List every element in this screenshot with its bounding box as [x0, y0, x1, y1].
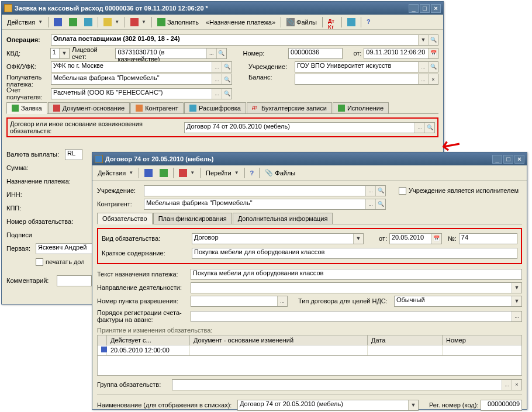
col-num[interactable]: Номер	[443, 335, 521, 345]
por-field[interactable]: ...	[191, 311, 522, 322]
pol-field[interactable]: Мебельная фабрика "Проммебель"...🔍	[51, 74, 232, 85]
print-checkbox[interactable]	[36, 258, 43, 266]
text-field[interactable]: Покупка мебели для оборудования классов	[191, 269, 522, 280]
files-button[interactable]: 📎Файлы	[262, 167, 298, 179]
window1-toolbar: Действия▼ ▼ ▼ Заполнить «Назначение плат…	[2, 15, 443, 30]
date-field[interactable]: 09.11.2010 12:06:20📅	[364, 48, 438, 59]
operation-field[interactable]: Оплата поставщикам (302 01-09, 18 - 24) …	[51, 34, 438, 46]
tab-kontragent[interactable]: Контрагент	[130, 102, 184, 113]
window2-titlebar: Договор 74 от 20.05.2010 (мебель) _ □ ×	[92, 153, 527, 165]
calendar-button[interactable]: 📅	[428, 49, 438, 58]
arrow-left-icon	[144, 169, 153, 177]
maximize-button[interactable]: □	[420, 4, 430, 13]
table-row[interactable]: 20.05.2010 12:00:00	[97, 345, 522, 356]
toolbar-btn-3[interactable]	[81, 16, 95, 28]
uchr-field[interactable]: ГОУ ВПО Университет искусств...🔍	[295, 61, 438, 72]
lookup-button[interactable]: 🔍	[216, 49, 226, 58]
tab-ispolnenie[interactable]: Исполнение	[333, 102, 389, 113]
window1-title: Заявка на кассовый расход 00000036 от 09…	[15, 5, 409, 12]
nav-back-button[interactable]	[51, 16, 65, 28]
minimize-button[interactable]: _	[409, 4, 419, 13]
naim-field[interactable]: Договор 74 от 20.05.2010 (мебель)▼	[237, 400, 419, 411]
grp-label: Группа обязательств:	[97, 381, 170, 388]
files-button[interactable]: 📎Файлы	[284, 16, 320, 28]
podpisi-label: Подписи	[6, 231, 32, 238]
col-data[interactable]: Дата	[368, 335, 443, 345]
col-date[interactable]: Действует с...	[107, 335, 190, 345]
val-field[interactable]: RL	[65, 149, 82, 160]
bal-label: Баланс:	[248, 74, 292, 81]
tab-buh[interactable]: ДтБухгалтерские записи	[247, 102, 332, 113]
uchr-label: Учреждение:	[248, 63, 292, 70]
grid-empty-area	[97, 356, 522, 376]
grp-field[interactable]: ...×	[172, 379, 522, 390]
punkt-field[interactable]: ...	[191, 296, 288, 307]
isp-label: Учреждение является исполнителем	[409, 187, 519, 194]
por-label: Порядок регистрации счета-фактуры на ава…	[97, 309, 188, 323]
vid-label: Вид обязательства:	[102, 235, 189, 242]
krat-field[interactable]: Покупка мебели для оборудования классов	[192, 248, 517, 259]
clip-icon: 📎	[286, 18, 295, 26]
tab-plan[interactable]: План финансирования	[153, 213, 232, 224]
ot-label: от:	[379, 235, 387, 242]
report-button[interactable]	[344, 16, 358, 28]
tab-zayavka[interactable]: Заявка	[6, 102, 47, 114]
dropdown-button[interactable]: ▼	[418, 35, 428, 45]
kontr-field[interactable]: Мебельная фабрика "Проммебель"...🔍	[144, 199, 386, 210]
actions-menu[interactable]: Действия▼	[4, 16, 46, 28]
close-button[interactable]: ×	[431, 4, 441, 13]
tab-obyaz[interactable]: Обязательство	[97, 213, 153, 224]
date-field[interactable]: 20.05.2010📅	[389, 233, 442, 244]
kvd-field[interactable]: 1▼	[50, 48, 70, 59]
nav-back-button[interactable]	[141, 167, 156, 179]
col-doc[interactable]: Документ - основание изменений	[190, 335, 368, 345]
help-button[interactable]: ?	[364, 16, 378, 28]
close-button[interactable]: ×	[514, 155, 524, 164]
num-field[interactable]: 00000036	[288, 48, 343, 59]
ot-label: от:	[353, 50, 361, 57]
reg-field[interactable]: 000000009	[481, 400, 522, 411]
toolbar-btn-3[interactable]: ▼	[176, 167, 198, 179]
komm-field[interactable]	[57, 275, 92, 286]
fill-button[interactable]: Заполнить	[154, 16, 202, 28]
tab-dop[interactable]: Дополнительная информация	[233, 213, 333, 224]
schet-field[interactable]: Расчетный (ООО КБ "РЕНЕССАНС")...🔍	[51, 88, 232, 99]
num-field[interactable]: 74	[459, 233, 517, 244]
dtkt-tab-icon: Дт	[252, 105, 259, 112]
tab-rasshifrovka[interactable]: Расшифровка	[184, 102, 246, 113]
calendar-button[interactable]: 📅	[431, 234, 441, 244]
dogovor-field[interactable]: Договор 74 от 20.05.2010 (мебель)...🔍	[184, 122, 435, 133]
icon-3	[84, 18, 92, 26]
actions-menu[interactable]: Действия▼	[95, 167, 136, 179]
tab-document[interactable]: Документ-основание	[48, 102, 130, 113]
vid-field[interactable]: Договор▼	[192, 233, 364, 244]
uchr-field[interactable]: ГОУ ВПО Университет искусств...🔍	[144, 185, 386, 196]
napr-field[interactable]: ▼	[191, 282, 522, 293]
minimize-button[interactable]: _	[492, 155, 502, 164]
tipd-field[interactable]: Обычный▼	[394, 296, 522, 307]
isp-checkbox[interactable]	[399, 187, 406, 195]
punkt-label: Номер пункта разрешения:	[97, 297, 188, 304]
refresh-button[interactable]	[157, 167, 171, 179]
dtkt-button[interactable]: ДтКт	[325, 16, 339, 28]
toolbar-btn-5[interactable]: ▼	[127, 16, 149, 28]
dtkt-icon: ДтКт	[328, 18, 336, 26]
naim-label: Наименование (для отображения в списках)…	[97, 401, 235, 408]
row-icon	[101, 347, 107, 352]
num-label: №:	[448, 235, 457, 242]
window2-tabs: Обязательство План финансирования Дополн…	[97, 213, 522, 224]
ofk-field[interactable]: УФК по г. Москве...🔍	[51, 61, 232, 72]
help-button[interactable]: ?	[247, 167, 257, 179]
ls-field[interactable]: 03731030710 (в казначействе)...🔍	[115, 48, 226, 59]
first-field[interactable]: Яскевич Андрей	[36, 243, 94, 254]
toolbar-btn-4[interactable]: ▼	[101, 16, 122, 28]
goto-button[interactable]: Перейти▼	[203, 167, 242, 179]
maximize-button[interactable]: □	[503, 155, 513, 164]
bal-field[interactable]: ...×	[295, 74, 438, 85]
fill-icon	[157, 18, 165, 26]
purpose-button[interactable]: «Назначение платежа»	[203, 16, 278, 28]
refresh-button[interactable]	[66, 16, 80, 28]
lookup-button[interactable]: 🔍	[428, 35, 438, 45]
window1-tabs: Заявка Документ-основание Контрагент Рас…	[6, 102, 438, 114]
document-icon	[12, 105, 19, 112]
